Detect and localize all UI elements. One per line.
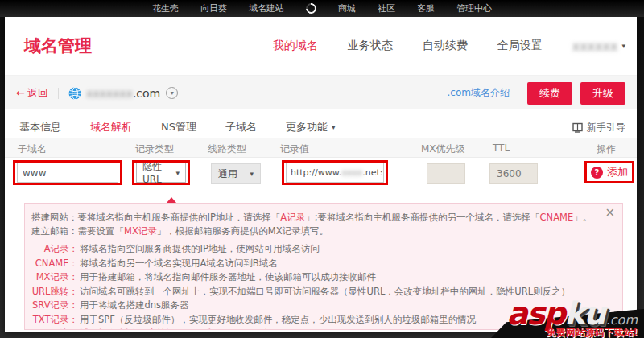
topnav-item-huashengke[interactable]: 花生壳 [152,2,179,14]
guide-book-icon [572,122,583,133]
line-type-value: 通用 [218,167,237,181]
header-tab-business-status[interactable]: 业务状态 [348,39,393,53]
topnav-item-support[interactable]: 客服 [417,2,435,14]
notice-line-mailbox: 建立邮箱：需要设置「MX记录」，根据邮箱服务商提供的MX记录填写。 [31,225,608,238]
close-icon[interactable]: × [605,207,615,219]
topnav-item-jianzhan[interactable]: 域名建站 [249,2,284,14]
watermark-ku: ku [564,298,605,329]
domain-name-blurred: xxxxxxx [86,87,133,100]
main-page: 域名管理 我的域名 业务状态 自动续费 全局设置 xxxxxx ▾ ← 返回 x… [5,17,637,332]
guide-label: 新手引导 [587,121,625,134]
header-nav: 我的域名 业务状态 自动续费 全局设置 xxxxxx ▾ [273,39,625,54]
username-blurred: xxxxxx [572,39,618,54]
line-type-select[interactable]: 通用 ▾ [211,163,261,184]
topnav-item-admin-center[interactable]: 管理中心 [456,2,492,14]
back-link[interactable]: ← 返回 [16,86,48,101]
more-features-label: 更多功能 [286,120,328,134]
highlight-box-subdomain [13,160,122,185]
record-table-header: 子域名 记录类型 线路类型 记录值 MX优先级 TTL 操作 [5,138,637,158]
divider [58,88,59,99]
add-record-button[interactable]: 添加 [607,165,628,179]
domain-toolbar: ← 返回 xxxxxxx.com ▾ .com域名介绍 续费 升级 [5,76,637,109]
brand-logo-icon[interactable] [303,1,318,15]
topnav-item-community[interactable]: 社区 [378,2,395,14]
back-label: 返回 [27,86,48,101]
record-type-select[interactable]: 隐性URL ▾ [136,163,186,183]
subdomain-input[interactable] [17,163,118,183]
col-subdomain: 子域名 [18,142,47,156]
chevron-down-icon: ▾ [332,123,336,131]
record-value-input[interactable]: http://www.xxxx.net:90 [286,163,384,183]
highlight-box-add: ? 添加 [584,161,634,183]
header-tab-my-domains[interactable]: 我的域名 [273,39,318,53]
notice-line-website: 搭建网站：要将域名指向主机服务商提供的IP地址，请选择「A记录」;要将域名指向主… [31,211,608,225]
chevron-down-icon: ▾ [250,170,254,178]
tab-ns-management[interactable]: NS管理 [161,120,196,134]
renew-button[interactable]: 续费 [527,82,572,105]
com-intro-link[interactable]: .com域名介绍 [448,86,510,100]
watermark-com: .com [606,314,638,327]
section-tabs: 基本信息 域名解析 NS管理 子域名 更多功能 ▾ 新手引导 [5,117,637,138]
watermark-logo: aspku.com 免费网站源码下载站! [507,298,638,337]
back-arrow-icon: ← [16,87,25,99]
record-value-prefix: http://www. [291,167,341,178]
tab-subdomains[interactable]: 子域名 [225,120,257,134]
def-mx-record: MX记录：用于搭建邮箱，将域名指向邮件服务器地址，使该邮箱可以成功接收邮件 [31,270,608,285]
upgrade-button[interactable]: 升级 [580,82,625,105]
chevron-down-icon: ▾ [621,42,625,50]
col-actions: 操作 [597,142,616,156]
chevron-down-icon: ▾ [175,169,180,177]
domain-dropdown-icon[interactable]: ▾ [166,87,178,99]
domain-tld: .com [133,87,160,100]
def-a-record: A记录：将域名指向空间服务商提供的IP地址，使网站可用域名访问 [31,242,608,257]
tab-basic-info[interactable]: 基本信息 [19,120,61,134]
record-type-value: 隐性URL [142,160,175,185]
highlight-box-record-type: 隐性URL ▾ [132,160,190,185]
header-tab-global-settings[interactable]: 全局设置 [497,39,543,53]
topnav-item-mall[interactable]: 商城 [338,2,356,14]
header-tab-auto-renew[interactable]: 自动续费 [423,39,468,53]
page-title: 域名管理 [24,35,92,57]
user-menu[interactable]: xxxxxx ▾ [572,39,625,54]
highlight-box-record-value: http://www.xxxx.net:90 [282,160,388,185]
def-cname: CNAME：将域名指向另一个域名实现用A域名访问到B域名 [31,257,608,271]
top-nav-bar: 花生壳 向日葵 域名建站 商城 社区 客服 管理中心 [0,0,644,17]
topnav-item-xiangrikui[interactable]: 向日葵 [200,2,227,14]
page-header: 域名管理 我的域名 业务状态 自动续费 全局设置 xxxxxx ▾ [5,17,637,76]
col-record-type: 记录类型 [135,142,174,156]
notice-pointer-icon [167,197,176,203]
col-line-type: 线路类型 [208,142,246,156]
tab-dns-resolution[interactable]: 域名解析 [90,120,132,134]
col-mx-priority: MX优先级 [421,142,465,156]
record-value-blurred: xxxx [341,167,362,178]
help-icon[interactable]: ? [591,167,603,179]
record-value-suffix: .net:90 [362,167,384,178]
col-ttl: TTL [493,142,510,154]
tab-more-features[interactable]: 更多功能 ▾ [286,120,336,134]
watermark-asp: asp [507,298,564,329]
globe-icon [68,87,81,100]
newbie-guide-link[interactable]: 新手引导 [572,121,625,134]
add-record-row: 隐性URL ▾ 通用 ▾ http://www.xxxx.net:90 ? 添加 [5,158,637,203]
ttl-input[interactable] [489,163,538,184]
col-record-value: 记录值 [280,142,309,156]
mx-priority-input[interactable] [427,163,465,184]
